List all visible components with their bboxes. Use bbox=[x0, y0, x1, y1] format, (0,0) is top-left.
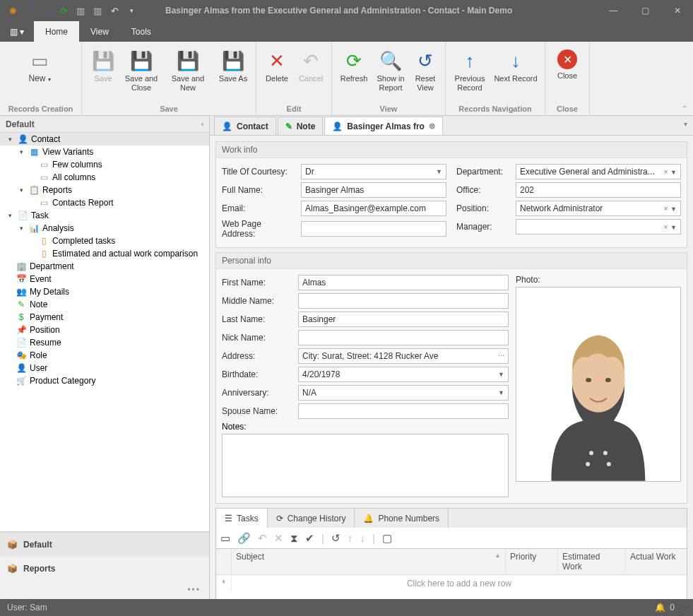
anniversary-input[interactable]: N/A▼ bbox=[298, 385, 509, 401]
subtab-tasks[interactable]: ☰Tasks bbox=[216, 509, 268, 528]
bell-icon[interactable]: 🔔 bbox=[655, 603, 665, 612]
tool-new-icon[interactable]: ▭ bbox=[220, 532, 230, 545]
tool-link-icon[interactable]: 🔗 bbox=[237, 532, 251, 545]
delete-button[interactable]: ✕Delete bbox=[261, 45, 293, 100]
save-new-button[interactable]: 💾Save and New bbox=[162, 45, 213, 100]
cancel-button[interactable]: ↶Cancel bbox=[295, 45, 327, 100]
close-button[interactable]: ✕Close bbox=[550, 45, 585, 100]
doctab-detail[interactable]: 👤Basinger Almas fro⊗ bbox=[324, 117, 443, 135]
nickname-input[interactable] bbox=[298, 330, 509, 345]
birthdate-input[interactable]: 4/20/1978▼ bbox=[298, 367, 509, 382]
web-input[interactable] bbox=[301, 221, 446, 237]
address-input[interactable]: City: Surat, Street: 4128 Rucker Ave⋯ bbox=[298, 348, 509, 364]
tree-position[interactable]: Position bbox=[30, 325, 60, 335]
office-input[interactable]: 202 bbox=[516, 182, 681, 198]
fullname-input[interactable]: Basinger Almas bbox=[301, 182, 446, 198]
doctab-contact[interactable]: 👤Contact bbox=[214, 117, 276, 135]
qat-more-icon[interactable]: ▾ bbox=[126, 5, 137, 16]
tool-check-icon[interactable]: ✔ bbox=[305, 532, 314, 545]
qat-down-icon[interactable]: ↓ bbox=[41, 5, 52, 16]
minimize-button[interactable]: ― bbox=[598, 0, 629, 21]
tab-view[interactable]: View bbox=[79, 21, 120, 42]
col-actual[interactable]: Actual Work bbox=[626, 549, 687, 574]
tree-view-variants[interactable]: View Variants bbox=[42, 147, 93, 157]
svg-point-3 bbox=[605, 378, 611, 382]
tree-few-columns[interactable]: Few columns bbox=[52, 160, 102, 170]
col-estimated[interactable]: Estimated Work bbox=[558, 549, 626, 574]
navgroup-default[interactable]: 📦Default bbox=[0, 533, 209, 557]
refresh-button[interactable]: ⟳Refresh bbox=[336, 45, 372, 100]
col-priority[interactable]: Priority bbox=[506, 549, 558, 574]
show-report-button[interactable]: 🔍Show in Report bbox=[373, 45, 408, 100]
photo-image[interactable] bbox=[516, 287, 681, 482]
save-button[interactable]: 💾Save bbox=[86, 45, 120, 100]
subtab-phone[interactable]: 🔔Phone Numbers bbox=[355, 509, 449, 528]
lastname-input[interactable]: Basinger bbox=[298, 312, 509, 327]
notes-textarea[interactable] bbox=[222, 434, 509, 497]
firstname-input[interactable]: Almas bbox=[298, 275, 509, 290]
navgroup-reports[interactable]: 📦Reports bbox=[0, 557, 209, 581]
tree-contact[interactable]: Contact bbox=[31, 134, 60, 144]
department-select[interactable]: Executive General and Administra...× ▼ bbox=[516, 164, 681, 179]
qat-up-icon[interactable]: ↑ bbox=[24, 5, 35, 16]
subtabs: ☰Tasks ⟳Change History 🔔Phone Numbers bbox=[215, 508, 687, 528]
position-select[interactable]: Network Administrator× ▼ bbox=[516, 201, 681, 216]
resize-grip-icon[interactable]: ⋰ bbox=[679, 604, 686, 612]
tree-payment[interactable]: Payment bbox=[30, 312, 63, 322]
tree-completed[interactable]: Completed tasks bbox=[52, 236, 115, 246]
tasks-grid[interactable]: Subject▲ Priority Estimated Work Actual … bbox=[215, 549, 687, 599]
tree-note[interactable]: Note bbox=[30, 300, 47, 309]
tool-undo-icon[interactable]: ↶ bbox=[258, 532, 267, 545]
tree-resume[interactable]: Resume bbox=[30, 338, 61, 348]
doctab-note[interactable]: ✎Note bbox=[278, 117, 324, 135]
tree-product-cat[interactable]: Product Category bbox=[30, 376, 95, 386]
close-window-button[interactable]: ✕ bbox=[661, 0, 693, 21]
reset-view-button[interactable]: ↺Reset View bbox=[410, 45, 441, 100]
tree-est-actual[interactable]: Estimated and actual work comparison bbox=[52, 249, 198, 259]
maximize-button[interactable]: ▢ bbox=[629, 0, 661, 21]
tree-user[interactable]: User bbox=[30, 363, 47, 373]
doctab-close-icon[interactable]: ⊗ bbox=[429, 122, 435, 131]
subtab-history[interactable]: ⟳Change History bbox=[268, 509, 355, 528]
next-record-button[interactable]: ↓Next Record bbox=[491, 45, 540, 100]
tool-down-icon[interactable]: ↓ bbox=[360, 532, 365, 544]
qat-saveclose-icon[interactable]: ▥ bbox=[92, 5, 103, 16]
qat-save-icon[interactable]: ▥ bbox=[75, 5, 86, 16]
qat-refresh-icon[interactable]: ⟳ bbox=[58, 5, 69, 16]
tree-event[interactable]: Event bbox=[30, 274, 52, 284]
tool-export-icon[interactable]: ▢ bbox=[382, 532, 392, 545]
grid-new-row[interactable]: * Click here to add a new row bbox=[216, 575, 687, 592]
ribbon-collapse-icon[interactable]: ⌃ bbox=[682, 105, 687, 112]
tool-delete-icon[interactable]: ✕ bbox=[274, 532, 283, 545]
col-subject[interactable]: Subject bbox=[236, 552, 264, 571]
tree-task[interactable]: Task bbox=[31, 211, 49, 220]
nav-header[interactable]: Default‹ bbox=[0, 116, 209, 133]
email-input[interactable]: Almas_Basinger@example.com bbox=[301, 201, 446, 216]
title-courtesy-select[interactable]: Dr▼ bbox=[301, 164, 446, 179]
delete-icon: ✕ bbox=[266, 49, 288, 72]
tree-department[interactable]: Department bbox=[30, 261, 74, 271]
manager-select[interactable]: × ▼ bbox=[516, 219, 681, 235]
qat-undo-icon[interactable]: ↶ bbox=[109, 5, 120, 16]
nav-tree[interactable]: ▾👤Contact ▾▦View Variants ▭Few columns ▭… bbox=[0, 133, 209, 532]
tree-analysis[interactable]: Analysis bbox=[42, 223, 74, 233]
tree-contacts-report[interactable]: Contacts Report bbox=[52, 198, 114, 208]
tree-reports[interactable]: Reports bbox=[42, 185, 72, 195]
middlename-input[interactable] bbox=[298, 293, 509, 309]
nav-overflow[interactable]: ••• bbox=[0, 581, 209, 599]
save-as-button[interactable]: 💾Save As bbox=[215, 45, 251, 100]
new-button[interactable]: ▭ New ▾ bbox=[4, 45, 75, 100]
tree-all-columns[interactable]: All columns bbox=[52, 172, 95, 182]
file-menu-button[interactable]: ▥ ▾ bbox=[0, 21, 34, 42]
spouse-input[interactable] bbox=[298, 403, 509, 419]
save-close-button[interactable]: 💾Save and Close bbox=[122, 45, 161, 100]
tab-home[interactable]: Home bbox=[34, 21, 79, 42]
tree-role[interactable]: Role bbox=[30, 350, 47, 360]
tool-reset-icon[interactable]: ↺ bbox=[331, 532, 340, 545]
prev-record-button[interactable]: ↑Previous Record bbox=[450, 45, 490, 100]
tool-up-icon[interactable]: ↑ bbox=[348, 532, 353, 544]
tool-filter-icon[interactable]: ⧗ bbox=[290, 532, 298, 545]
tree-mydetails[interactable]: My Details bbox=[30, 287, 69, 297]
doctabs-more-icon[interactable]: ▾ bbox=[684, 120, 687, 128]
tab-tools[interactable]: Tools bbox=[120, 21, 162, 42]
